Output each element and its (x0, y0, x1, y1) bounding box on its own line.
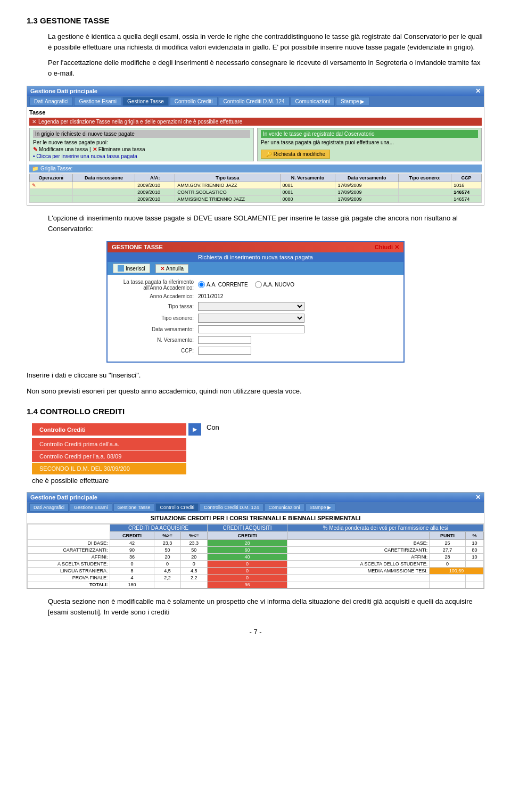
legenda-left: In grigio le richieste di nuove tasse pa… (29, 128, 254, 161)
dropdown-item-3[interactable]: SECONDO IL D.M. DEL 30/09/200 (32, 462, 186, 474)
td-rlabel: A SCELTA DELLO STUDENTE: (287, 561, 430, 568)
nav-gestione-tasse[interactable]: Gestione Tasse (122, 97, 169, 106)
nav-stampe[interactable]: Stampe ▶ (336, 97, 369, 106)
modifica-label: Richiesta di modifiche (274, 151, 325, 157)
cred-nav-comunicazioni[interactable]: Comunicazioni (265, 503, 304, 512)
td-label: A SCELTA STUDENTE: (28, 561, 110, 568)
td-c1: 8 (110, 568, 154, 575)
crediti-arrow[interactable]: ▶ (188, 423, 201, 436)
radio-corrente[interactable]: A.A. CORRENTE (198, 281, 248, 288)
modifica-btn[interactable]: 🔑 Richiesta di modifiche (261, 150, 330, 159)
cred-nav-crediti-dm[interactable]: Controllo Crediti D.M. 124 (200, 503, 263, 512)
td-c3 (180, 581, 207, 588)
che-e-text: che è possibile effettuare (32, 477, 484, 485)
ins-form: La tassa pagata fa riferimento all'Anno … (108, 275, 403, 362)
section-13-title: 1.3 GESTIONE TASSE (27, 16, 484, 25)
radio-nuovo-input[interactable] (255, 281, 262, 288)
table-row: A SCELTA STUDENTE: 0 0 0 0 A SCELTA DELL… (28, 561, 484, 568)
cred-th-perc: % (465, 532, 483, 540)
td-tipo: AMMISSIONE TRIENNIO JAZZ (175, 196, 280, 203)
legenda-right-title: In verde le tasse già registrate dal Cos… (261, 130, 478, 138)
nav-dati-anagrafici[interactable]: Dati Anagrafici (29, 97, 73, 106)
ins-note1: Inserire i dati e cliccare su "Inserisci… (27, 370, 484, 381)
win-titlebar: Gestione Dati principale ✕ (27, 86, 484, 96)
table-row: AFFINI: 36 20 20 40 AFFINI: 28 10 (28, 554, 484, 561)
td-nvers: 0081 (280, 189, 335, 196)
td-c4: 0 (207, 575, 287, 581)
cred-nav-tasse[interactable]: Gestione Tasse (113, 503, 155, 512)
radio-nuovo[interactable]: A.A. NUOVO (255, 281, 294, 288)
cred-table: CREDITI DA ACQUISIRE CREDITI ACQUISITI %… (27, 524, 484, 588)
ins-row-data-vers: Data versamento: (113, 325, 398, 333)
td-rlabel: BASE: (287, 540, 430, 547)
ins-titlebar: GESTIONE TASSE Chiudi ✕ (108, 242, 403, 252)
legenda-content: In grigio le richieste di nuove tasse pa… (29, 128, 482, 161)
radio-corrente-label: A.A. CORRENTE (207, 282, 248, 288)
td-r1: 0 (430, 561, 466, 568)
modifica-icon: 🔑 (266, 151, 272, 157)
td-c4: 28 (207, 540, 287, 547)
td-c3: 50 (180, 547, 207, 554)
ccp-input[interactable] (198, 347, 251, 355)
td-c4: 0 (207, 568, 287, 575)
td-c2: 0 (154, 561, 181, 568)
dropdown-item-1[interactable]: Controllo Crediti prima dell'a.a. (32, 438, 186, 450)
tipo-esonero-select[interactable] (198, 314, 304, 323)
td-r2: 80 (465, 547, 483, 554)
inserisci-icon (118, 265, 124, 272)
annulla-btn[interactable]: ✕ Annulla (155, 264, 188, 273)
data-versamento-input[interactable] (198, 325, 304, 333)
cred-nav-dati[interactable]: Dati Anagrafici (29, 503, 69, 512)
cred-th-acquisiti: CREDITI ACQUISITI (207, 524, 287, 532)
nav-comunicazioni[interactable]: Comunicazioni (291, 97, 335, 106)
n-versamento-input[interactable] (198, 336, 251, 344)
td-c2: 20 (154, 554, 181, 561)
win-close-icon[interactable]: ✕ (475, 87, 481, 95)
ins-chiudi[interactable]: Chiudi ✕ (375, 244, 399, 251)
ins-label1: La tassa pagata fa riferimento all'Anno … (113, 279, 198, 291)
tipo-tassa-select[interactable] (198, 302, 304, 311)
nav-gestione-esami[interactable]: Gestione Esami (74, 97, 121, 106)
cred-nav-crediti[interactable]: Controllo Crediti (155, 503, 199, 512)
legenda-right: In verde le tasse già registrate dal Cos… (257, 128, 482, 161)
inserisci-label: Inserisci (126, 266, 145, 272)
dropdown-item-2[interactable]: Controllo Crediti per l'a.a. 08/09 (32, 450, 186, 462)
inserisci-btn[interactable]: Inserisci (113, 264, 150, 273)
table-row: TOTALI: 180 96 (28, 581, 484, 588)
legenda-left-item3[interactable]: • Clicca per inserire una nuova tassa pa… (33, 153, 250, 159)
td-c4: 60 (207, 547, 287, 554)
cred-win-close[interactable]: ✕ (475, 494, 481, 501)
td-ccp: 1016 (451, 182, 482, 189)
ins-value-anno: 2011/2012 (198, 293, 223, 299)
td-datavers: 17/09/2009 (335, 189, 398, 196)
btn-controllo-crediti[interactable]: Controllo Crediti (32, 423, 186, 436)
td-aa: 2009/2010 (135, 189, 175, 196)
td-r2 (465, 581, 483, 588)
cred-th-media: % Media ponderata dei voti per l'ammissi… (287, 524, 484, 532)
nav-controllo-crediti-dm[interactable]: Controllo Crediti D.M. 124 (219, 97, 290, 106)
td-label: LINGUA STRANIERA: (28, 568, 110, 575)
table-row: 2009/2010 AMMISSIONE TRIENNIO JAZZ 0080 … (30, 196, 482, 203)
td-ccp: 146574 (451, 189, 482, 196)
table-row: 2009/2010 CONTR.SCOLASTICO 0081 17/09/20… (30, 189, 482, 196)
td-r1: 27,7 (430, 547, 466, 554)
inserimento-para: L'opzione di inserimento nuove tasse pag… (48, 213, 484, 234)
td-op: ✎ (30, 182, 73, 189)
cred-nav-esami[interactable]: Gestione Esami (70, 503, 112, 512)
td-tipo: AMM.GOV.TRIENNIO JAZZ (175, 182, 280, 189)
td-label: PROVA FINALE: (28, 575, 110, 581)
td-label: TOTALI: (28, 581, 110, 588)
radio-nuovo-label: A.A. NUOVO (263, 282, 294, 288)
td-c4: 96 (207, 581, 287, 588)
td-label: DI BASE: (28, 540, 110, 547)
cred-win-title: Gestione Dati principale (30, 494, 97, 501)
td-c2 (154, 581, 181, 588)
cred-nav-stampe[interactable]: Stampe ▶ (306, 503, 336, 512)
td-op (30, 189, 73, 196)
crediti-screenshot: Gestione Dati principale ✕ Dati Anagrafi… (27, 492, 484, 589)
nav-controllo-crediti[interactable]: Controllo Crediti (170, 97, 218, 106)
td-nvers: 0080 (280, 196, 335, 203)
cred-header-row1: CREDITI DA ACQUISIRE CREDITI ACQUISITI %… (28, 524, 484, 532)
cred-th-lte: %<= (180, 532, 207, 540)
radio-corrente-input[interactable] (198, 281, 205, 288)
